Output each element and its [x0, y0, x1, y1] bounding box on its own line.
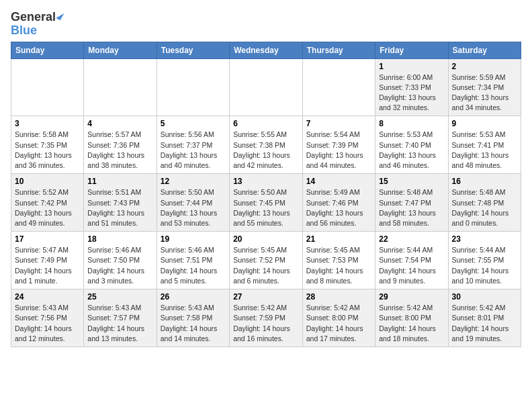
day-info: Sunrise: 5:48 AM Sunset: 7:48 PM Dayligh… [452, 187, 518, 228]
day-number: 15 [379, 177, 444, 186]
day-number: 28 [306, 292, 371, 302]
calendar-cell: 23Sunrise: 5:44 AM Sunset: 7:55 PM Dayli… [448, 232, 521, 289]
logo: General Blue [11, 11, 62, 38]
day-info: Sunrise: 5:57 AM Sunset: 7:36 PM Dayligh… [87, 130, 152, 171]
calendar-cell: 11Sunrise: 5:51 AM Sunset: 7:43 PM Dayli… [84, 174, 157, 232]
day-number: 17 [15, 234, 80, 244]
day-info: Sunrise: 5:53 AM Sunset: 7:40 PM Dayligh… [379, 130, 444, 171]
calendar-week-row: 24Sunrise: 5:43 AM Sunset: 7:56 PM Dayli… [11, 289, 521, 347]
weekday-header-saturday: Saturday [448, 42, 521, 58]
calendar-cell: 30Sunrise: 5:42 AM Sunset: 8:01 PM Dayli… [448, 289, 521, 347]
page-header: General Blue [11, 11, 521, 38]
calendar-cell: 3Sunrise: 5:58 AM Sunset: 7:35 PM Daylig… [11, 116, 84, 174]
calendar-cell: 21Sunrise: 5:45 AM Sunset: 7:53 PM Dayli… [302, 232, 375, 289]
calendar-cell: 28Sunrise: 5:42 AM Sunset: 8:00 PM Dayli… [302, 289, 375, 347]
calendar-cell: 14Sunrise: 5:49 AM Sunset: 7:46 PM Dayli… [302, 174, 375, 232]
day-number: 7 [306, 119, 371, 128]
weekday-header-sunday: Sunday [11, 42, 84, 58]
day-info: Sunrise: 5:42 AM Sunset: 7:59 PM Dayligh… [233, 303, 299, 344]
day-number: 2 [452, 62, 518, 71]
logo-text: General [11, 11, 62, 24]
day-number: 24 [15, 292, 80, 302]
day-info: Sunrise: 5:50 AM Sunset: 7:44 PM Dayligh… [161, 187, 226, 228]
calendar-cell: 29Sunrise: 5:42 AM Sunset: 8:00 PM Dayli… [375, 289, 448, 347]
day-number: 14 [306, 177, 371, 186]
calendar-table: SundayMondayTuesdayWednesdayThursdayFrid… [11, 42, 521, 347]
calendar-cell: 6Sunrise: 5:55 AM Sunset: 7:38 PM Daylig… [230, 116, 303, 174]
day-info: Sunrise: 5:43 AM Sunset: 7:56 PM Dayligh… [15, 303, 80, 344]
weekday-header-row: SundayMondayTuesdayWednesdayThursdayFrid… [11, 42, 521, 58]
day-number: 26 [161, 292, 226, 302]
day-info: Sunrise: 5:48 AM Sunset: 7:47 PM Dayligh… [379, 187, 444, 228]
calendar-cell: 1Sunrise: 6:00 AM Sunset: 7:33 PM Daylig… [375, 58, 448, 116]
day-number: 23 [452, 234, 518, 244]
day-number: 9 [452, 119, 518, 128]
calendar-cell [11, 58, 84, 116]
calendar-week-row: 17Sunrise: 5:47 AM Sunset: 7:49 PM Dayli… [11, 232, 521, 289]
day-info: Sunrise: 5:59 AM Sunset: 7:34 PM Dayligh… [452, 73, 518, 113]
day-number: 1 [379, 62, 444, 71]
calendar-cell: 17Sunrise: 5:47 AM Sunset: 7:49 PM Dayli… [11, 232, 84, 289]
calendar-cell: 9Sunrise: 5:53 AM Sunset: 7:41 PM Daylig… [448, 116, 521, 174]
day-info: Sunrise: 5:42 AM Sunset: 8:00 PM Dayligh… [379, 303, 444, 344]
calendar-cell: 5Sunrise: 5:56 AM Sunset: 7:37 PM Daylig… [157, 116, 229, 174]
calendar-cell: 22Sunrise: 5:44 AM Sunset: 7:54 PM Dayli… [375, 232, 448, 289]
day-info: Sunrise: 5:53 AM Sunset: 7:41 PM Dayligh… [452, 130, 518, 171]
day-number: 20 [233, 234, 299, 244]
day-info: Sunrise: 5:52 AM Sunset: 7:42 PM Dayligh… [15, 187, 80, 228]
day-number: 30 [452, 292, 518, 302]
calendar-cell: 4Sunrise: 5:57 AM Sunset: 7:36 PM Daylig… [84, 116, 157, 174]
calendar-week-row: 10Sunrise: 5:52 AM Sunset: 7:42 PM Dayli… [11, 174, 521, 232]
calendar-cell: 18Sunrise: 5:46 AM Sunset: 7:50 PM Dayli… [84, 232, 157, 289]
calendar-cell: 7Sunrise: 5:54 AM Sunset: 7:39 PM Daylig… [302, 116, 375, 174]
day-info: Sunrise: 5:45 AM Sunset: 7:53 PM Dayligh… [306, 245, 371, 286]
day-info: Sunrise: 5:56 AM Sunset: 7:37 PM Dayligh… [161, 130, 226, 171]
weekday-header-friday: Friday [375, 42, 448, 58]
calendar-cell: 10Sunrise: 5:52 AM Sunset: 7:42 PM Dayli… [11, 174, 84, 232]
day-info: Sunrise: 5:43 AM Sunset: 7:57 PM Dayligh… [87, 303, 152, 344]
calendar-cell: 20Sunrise: 5:45 AM Sunset: 7:52 PM Dayli… [230, 232, 303, 289]
weekday-header-thursday: Thursday [302, 42, 375, 58]
day-info: Sunrise: 5:44 AM Sunset: 7:55 PM Dayligh… [452, 245, 518, 286]
day-number: 10 [15, 177, 80, 186]
day-info: Sunrise: 5:51 AM Sunset: 7:43 PM Dayligh… [87, 187, 152, 228]
day-number: 12 [161, 177, 226, 186]
day-info: Sunrise: 5:42 AM Sunset: 8:01 PM Dayligh… [452, 303, 518, 344]
calendar-week-row: 1Sunrise: 6:00 AM Sunset: 7:33 PM Daylig… [11, 58, 521, 116]
day-info: Sunrise: 5:55 AM Sunset: 7:38 PM Dayligh… [233, 130, 299, 171]
day-info: Sunrise: 5:54 AM Sunset: 7:39 PM Dayligh… [306, 130, 371, 171]
calendar-cell [157, 58, 229, 116]
day-number: 16 [452, 177, 518, 186]
day-number: 13 [233, 177, 299, 186]
calendar-cell: 2Sunrise: 5:59 AM Sunset: 7:34 PM Daylig… [448, 58, 521, 116]
day-info: Sunrise: 5:45 AM Sunset: 7:52 PM Dayligh… [233, 245, 299, 286]
weekday-header-monday: Monday [84, 42, 157, 58]
calendar-cell: 25Sunrise: 5:43 AM Sunset: 7:57 PM Dayli… [84, 289, 157, 347]
calendar-cell: 8Sunrise: 5:53 AM Sunset: 7:40 PM Daylig… [375, 116, 448, 174]
day-number: 4 [87, 119, 152, 128]
calendar-cell: 19Sunrise: 5:46 AM Sunset: 7:51 PM Dayli… [157, 232, 229, 289]
calendar-cell [84, 58, 157, 116]
calendar-cell: 16Sunrise: 5:48 AM Sunset: 7:48 PM Dayli… [448, 174, 521, 232]
day-info: Sunrise: 5:49 AM Sunset: 7:46 PM Dayligh… [306, 187, 371, 228]
day-number: 27 [233, 292, 299, 302]
calendar-cell: 26Sunrise: 5:43 AM Sunset: 7:58 PM Dayli… [157, 289, 229, 347]
weekday-header-tuesday: Tuesday [157, 42, 229, 58]
day-number: 8 [379, 119, 444, 128]
day-number: 6 [233, 119, 299, 128]
logo-blue-text: Blue [11, 24, 37, 37]
day-number: 22 [379, 234, 444, 244]
weekday-header-wednesday: Wednesday [230, 42, 303, 58]
day-number: 3 [15, 119, 80, 128]
day-info: Sunrise: 5:47 AM Sunset: 7:49 PM Dayligh… [15, 245, 80, 286]
day-info: Sunrise: 5:44 AM Sunset: 7:54 PM Dayligh… [379, 245, 444, 286]
day-number: 19 [161, 234, 226, 244]
day-info: Sunrise: 5:42 AM Sunset: 8:00 PM Dayligh… [306, 303, 371, 344]
calendar-cell: 15Sunrise: 5:48 AM Sunset: 7:47 PM Dayli… [375, 174, 448, 232]
calendar-cell: 13Sunrise: 5:50 AM Sunset: 7:45 PM Dayli… [230, 174, 303, 232]
calendar-cell: 12Sunrise: 5:50 AM Sunset: 7:44 PM Dayli… [157, 174, 229, 232]
day-info: Sunrise: 5:46 AM Sunset: 7:51 PM Dayligh… [161, 245, 226, 286]
day-info: Sunrise: 6:00 AM Sunset: 7:33 PM Dayligh… [379, 73, 444, 113]
day-number: 21 [306, 234, 371, 244]
day-number: 5 [161, 119, 226, 128]
